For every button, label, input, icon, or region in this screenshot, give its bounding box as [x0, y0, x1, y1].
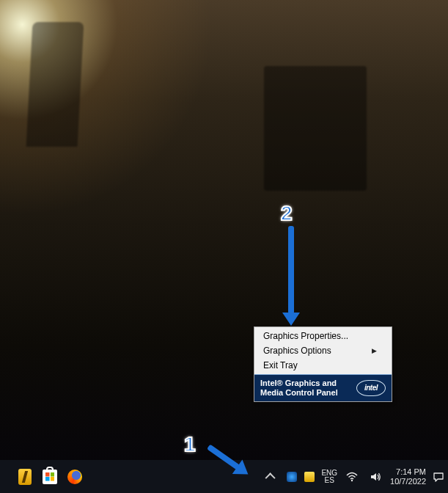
language-indicator[interactable]: ENG ES	[321, 470, 337, 484]
intel-graphics-tray-icon	[287, 472, 297, 482]
menu-item-label: Exit Tray	[263, 360, 298, 370]
menu-item-exit-tray[interactable]: Exit Tray	[256, 358, 390, 373]
menu-item-label: Graphics Options	[263, 346, 331, 356]
taskbar-microsoft-store[interactable]	[41, 468, 59, 486]
menu-item-label: Graphics Properties...	[263, 331, 348, 341]
annotation-arrow-2	[288, 226, 294, 314]
language-line1: ENG	[321, 470, 337, 477]
app-tray-icon	[304, 472, 315, 482]
tray-notifications[interactable]	[432, 468, 445, 486]
menu-footer-title: Intel® Graphics and Media Control Panel	[260, 379, 348, 397]
tray-app-icon[interactable]	[304, 468, 315, 486]
annotation-number-2: 2	[281, 202, 293, 225]
speaker-icon	[370, 471, 381, 483]
firefox-icon	[67, 470, 82, 484]
taskbar-firefox[interactable]	[66, 468, 84, 486]
lightning-app-icon	[18, 469, 32, 485]
taskbar-clock[interactable]: 7:14 PM 10/7/2022	[390, 467, 426, 485]
tray-overflow-button[interactable]	[262, 468, 280, 486]
annotation-number-1: 1	[184, 433, 196, 456]
clock-date: 10/7/2022	[390, 477, 426, 486]
taskbar: ENG ES 7:14 PM 10/7/2022	[0, 460, 448, 493]
desktop-wallpaper[interactable]	[0, 0, 448, 493]
svg-point-0	[351, 479, 353, 481]
tray-volume[interactable]	[367, 468, 384, 486]
menu-item-graphics-properties[interactable]: Graphics Properties...	[256, 329, 390, 343]
chevron-up-icon	[265, 472, 276, 483]
tray-intel-graphics-icon[interactable]	[286, 468, 298, 486]
intel-tray-context-menu: Graphics Properties... Graphics Options …	[254, 326, 392, 402]
wifi-icon	[346, 471, 358, 483]
menu-footer: Intel® Graphics and Media Control Panel …	[254, 374, 392, 401]
notification-icon	[433, 471, 444, 483]
microsoft-store-icon	[43, 470, 57, 484]
menu-item-graphics-options[interactable]: Graphics Options ▶	[256, 343, 390, 358]
submenu-arrow-icon: ▶	[372, 347, 377, 354]
intel-logo-icon: intel	[356, 380, 386, 396]
tray-wifi[interactable]	[343, 468, 361, 486]
clock-time: 7:14 PM	[390, 467, 426, 476]
taskbar-app-icon-1[interactable]	[16, 468, 34, 486]
language-line2: ES	[321, 477, 337, 484]
